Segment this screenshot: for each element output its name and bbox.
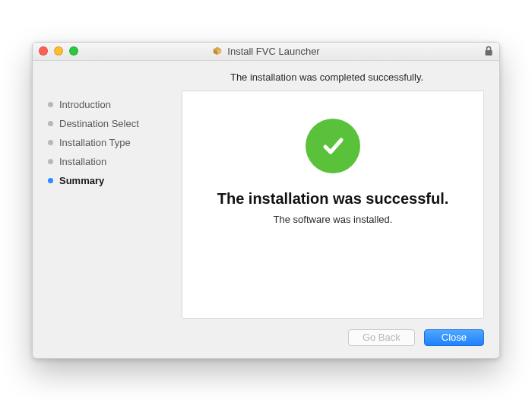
status-message: The installation was completed successfu… (169, 71, 484, 83)
lock-icon[interactable] (484, 46, 493, 56)
window-minimize-button[interactable] (54, 46, 63, 56)
step-label: Installation (59, 156, 106, 167)
step-installation-type: Installation Type (48, 133, 169, 152)
step-introduction: Introduction (48, 95, 169, 114)
step-installation: Installation (48, 152, 169, 171)
bullet-icon (48, 102, 53, 107)
button-row: Go Back Close (48, 329, 484, 346)
steps-sidebar: Introduction Destination Select Installa… (48, 90, 169, 319)
step-destination-select: Destination Select (48, 114, 169, 133)
titlebar: Install FVC Launcher (33, 43, 499, 61)
window-close-button[interactable] (39, 46, 48, 56)
traffic-lights (39, 46, 78, 56)
svg-rect-0 (486, 50, 492, 56)
step-summary: Summary (48, 171, 169, 190)
package-icon (212, 46, 223, 56)
window-body: The installation was completed successfu… (33, 61, 499, 358)
bullet-icon (48, 159, 53, 164)
step-label: Destination Select (59, 118, 139, 129)
summary-panel: The installation was successful. The sof… (182, 90, 484, 319)
step-label: Installation Type (59, 137, 131, 148)
close-button[interactable]: Close (424, 329, 484, 346)
success-headline: The installation was successful. (217, 190, 449, 208)
step-label: Introduction (59, 99, 111, 110)
success-check-icon (306, 119, 360, 173)
content-row: Introduction Destination Select Installa… (48, 90, 484, 319)
bullet-icon (48, 121, 53, 126)
go-back-button: Go Back (348, 329, 415, 346)
bullet-icon (48, 178, 53, 183)
step-label: Summary (59, 175, 104, 186)
window-zoom-button[interactable] (69, 46, 78, 56)
success-subline: The software was installed. (274, 214, 393, 225)
bullet-icon (48, 140, 53, 145)
window-title: Install FVC Launcher (227, 46, 319, 57)
installer-window: Install FVC Launcher The installation wa… (32, 42, 500, 359)
